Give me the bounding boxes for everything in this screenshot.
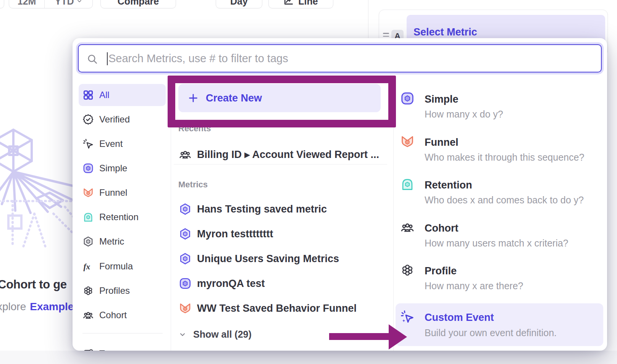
sidebar-item-metric[interactable]: Metric — [79, 230, 166, 253]
profiles-cluster-icon — [82, 285, 94, 296]
metric-list-item[interactable]: WW Test Saved Behavior Funnel — [179, 300, 386, 317]
sidebar-item-retention[interactable]: Retention — [79, 206, 166, 228]
text-cursor — [107, 52, 108, 65]
sidebar-divider — [82, 333, 163, 333]
compare-button[interactable]: Compare — [100, 0, 176, 8]
event-cursor-icon — [82, 138, 94, 150]
retention-icon — [82, 211, 94, 223]
line-chart-type-button[interactable]: Line — [268, 0, 333, 8]
saved-metric-icon — [179, 203, 192, 216]
sidebar-item-verified[interactable]: Verified — [79, 108, 166, 130]
sidebar-item-profiles[interactable]: Profiles — [79, 280, 166, 302]
type-funnel[interactable]: Funnel Who makes it through this sequenc… — [396, 137, 603, 169]
canvas-subline: xploreExample B — [0, 301, 84, 313]
type-custom-event[interactable]: Custom Event Build your own event defini… — [396, 303, 603, 346]
lookup-table-icon — [82, 348, 94, 351]
sidebar-item-partial[interactable]: T — [79, 343, 166, 351]
type-profile[interactable]: Profile How many x are there? — [396, 265, 603, 298]
metric-list-item[interactable]: Hans Testing saved metric — [179, 201, 386, 217]
search-icon — [86, 53, 99, 65]
cohort-people-icon — [179, 148, 192, 161]
create-new-button[interactable]: Create New — [178, 84, 381, 112]
sidebar-item-cohort[interactable]: Cohort — [79, 304, 166, 326]
metric-list-item[interactable]: Unique Users Saving Metrics — [179, 250, 386, 267]
sidebar-item-funnel[interactable]: Funnel — [79, 182, 166, 204]
plus-icon — [187, 92, 199, 104]
verified-badge-icon — [82, 114, 94, 125]
toolbar-cut-button[interactable] — [0, 0, 4, 8]
canvas-headline: r Cohort to ge — [0, 278, 67, 292]
sidebar-item-event[interactable]: Event — [79, 133, 166, 155]
wireframe-illustration — [0, 125, 76, 285]
metrics-section-label: Metrics — [178, 180, 208, 190]
chevron-down-icon — [179, 331, 186, 338]
explore-text: xplore — [0, 301, 26, 312]
metric-search-box — [78, 44, 602, 72]
recent-item[interactable]: Billing ID ▸ Account Viewed Report ... — [179, 146, 386, 163]
simple-metric-icon — [179, 277, 192, 290]
custom-event-icon — [400, 309, 415, 324]
funnel-icon — [400, 134, 415, 149]
day-granularity-button[interactable]: Day — [216, 0, 262, 8]
cohort-people-icon — [82, 309, 94, 321]
svg-text:fx: fx — [84, 262, 90, 271]
cohort-people-icon — [400, 220, 415, 235]
page-bottom-strip — [0, 351, 617, 364]
section-divider — [174, 164, 387, 164]
funnel-icon — [179, 302, 192, 315]
metric-list-item[interactable]: myronQA test — [179, 275, 386, 292]
type-retention[interactable]: Retention Who does x and comes back to d… — [396, 179, 603, 212]
metric-picker-modal: All Verified Event Simple — [73, 38, 607, 351]
select-metric-label: Select Metric — [413, 26, 477, 38]
line-chart-icon — [284, 0, 294, 6]
sidebar-item-simple[interactable]: Simple — [79, 157, 166, 179]
metric-search-input[interactable] — [108, 46, 597, 71]
type-cohort[interactable]: Cohort How many users match x criteria? — [396, 222, 603, 255]
saved-metric-icon — [179, 227, 192, 240]
show-all-button[interactable]: Show all (29) — [179, 329, 252, 340]
sidebar-item-all[interactable]: All — [79, 84, 166, 106]
saved-metric-icon — [179, 252, 192, 265]
chevron-down-icon — [76, 0, 82, 4]
range-12m-button[interactable]: 12M — [9, 0, 44, 8]
sidebar-item-formula[interactable]: fx Formula — [79, 255, 166, 277]
grid-icon — [82, 89, 94, 101]
funnel-icon — [82, 187, 94, 198]
simple-metric-icon — [82, 163, 94, 174]
retention-icon — [400, 177, 415, 192]
type-simple[interactable]: Simple How many x do y? — [396, 93, 603, 126]
profiles-cluster-icon — [400, 263, 415, 277]
column-border — [393, 78, 394, 351]
range-ytd-button[interactable]: YTD — [44, 0, 92, 8]
metric-hexagon-icon — [82, 236, 94, 247]
formula-icon: fx — [82, 261, 94, 272]
recents-section-label: Recents — [178, 124, 211, 134]
metric-list-item[interactable]: Myron testttttttt — [179, 225, 386, 242]
sidebar-border — [171, 78, 171, 351]
simple-metric-icon — [400, 91, 415, 106]
date-range-segmented-control: 12M YTD — [9, 0, 93, 8]
